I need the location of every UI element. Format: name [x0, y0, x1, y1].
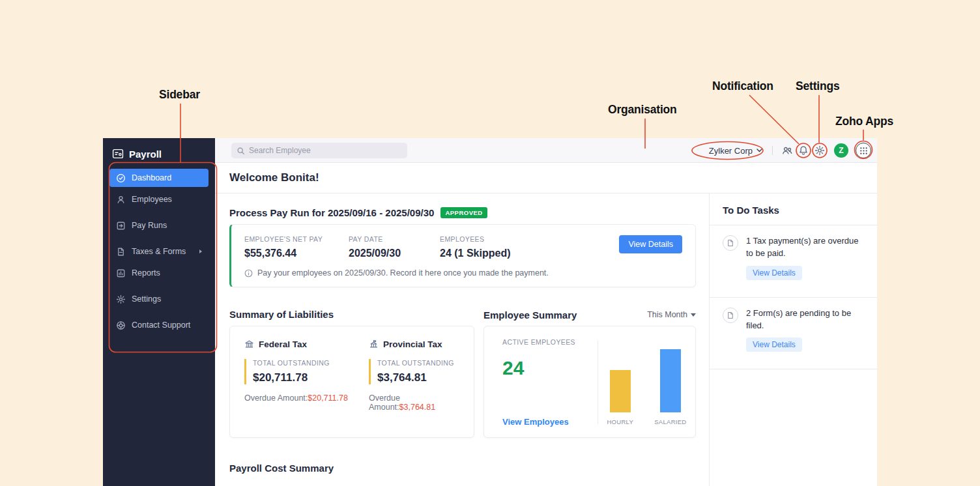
- outstanding-amount: $20,711.78: [253, 371, 369, 384]
- outstanding-label: TOTAL OUTSTANDING: [253, 359, 369, 367]
- employees-label: EMPLOYEES: [440, 235, 619, 243]
- dashboard-icon: [116, 173, 126, 183]
- employee-type-chart: HOURLY SALARIED: [598, 338, 695, 427]
- sidebar-item-employees[interactable]: Employees: [109, 190, 209, 208]
- status-badge: APPROVED: [440, 207, 487, 218]
- todo-text: 2 Form(s) are pending to be filed.: [746, 307, 865, 332]
- search-box[interactable]: [231, 143, 407, 158]
- pay-date-value: 2025/09/30: [349, 248, 440, 259]
- net-pay-value: $55,376.44: [244, 248, 349, 259]
- document-icon: [723, 307, 738, 323]
- main-content: Process Pay Run for 2025/09/16 - 2025/09…: [215, 193, 709, 486]
- topbar-divider: [772, 146, 773, 155]
- chevron-down-icon: [757, 149, 762, 152]
- brand: Payroll: [103, 145, 215, 163]
- hourly-bar: [610, 370, 631, 412]
- welcome-row: Welcome Bonita!: [215, 163, 877, 193]
- payroll-logo-icon: [112, 148, 124, 160]
- sidebar-item-label: Dashboard: [132, 173, 171, 182]
- pay-runs-icon: [116, 221, 126, 231]
- annotation-zoho-apps-label: Zoho Apps: [835, 115, 893, 128]
- taxes-forms-icon: [116, 247, 126, 257]
- sidebar-item-label: Settings: [132, 294, 161, 304]
- federal-tax-icon: [244, 339, 254, 349]
- topbar: Zylker Corp Z: [215, 138, 877, 163]
- liabilities-card: Federal Tax TOTAL OUTSTANDING $20,711.78…: [229, 326, 474, 438]
- hourly-label: HOURLY: [607, 418, 633, 425]
- payroll-app-window: Payroll Dashboard Employees Pay Runs Ta: [103, 138, 877, 486]
- organisation-name: Zylker Corp: [709, 146, 753, 156]
- annotation-sidebar-label: Sidebar: [159, 88, 200, 102]
- employees-value: 24 (1 Skipped): [440, 248, 619, 259]
- filter-label: This Month: [647, 310, 687, 319]
- submenu-arrow-icon: [199, 250, 202, 253]
- overdue-label: Overdue Amount:: [369, 393, 400, 412]
- avatar-letter: Z: [839, 146, 843, 155]
- sidebar-item-label: Employees: [132, 195, 172, 204]
- federal-tax-block: Federal Tax TOTAL OUTSTANDING $20,711.78…: [244, 339, 369, 425]
- provincial-tax-block: Provincial Tax TOTAL OUTSTANDING $3,764.…: [369, 339, 463, 425]
- salaried-bar: [660, 349, 681, 412]
- payrun-title: Process Pay Run for 2025/09/16 - 2025/09…: [229, 207, 434, 218]
- sidebar-item-contact-support[interactable]: Contact Support: [109, 316, 209, 334]
- liability-name: Federal Tax: [259, 339, 307, 349]
- document-icon: [723, 235, 738, 251]
- salaried-label: SALARIED: [654, 418, 686, 425]
- employee-summary-card: ACTIVE EMPLOYEES 24 View Employees HOURL…: [483, 326, 696, 438]
- todo-item-tax-payments: 1 Tax payment(s) are overdue to be paid.…: [710, 225, 877, 298]
- annotation-settings-label: Settings: [796, 79, 839, 93]
- todo-panel: To Do Tasks 1 Tax payment(s) are overdue…: [709, 193, 877, 486]
- sidebar-item-taxes-forms[interactable]: Taxes & Forms: [109, 242, 209, 261]
- sidebar-item-settings[interactable]: Settings: [109, 290, 209, 308]
- overdue-amount: $20,711.78: [308, 393, 348, 403]
- settings-gear-icon[interactable]: [814, 145, 825, 156]
- pay-date-label: PAY DATE: [349, 235, 440, 243]
- zoho-apps-icon[interactable]: [856, 143, 871, 158]
- todo-title: To Do Tasks: [723, 205, 779, 216]
- view-details-button[interactable]: View Details: [619, 235, 682, 253]
- organisation-dropdown[interactable]: Zylker Corp: [709, 138, 762, 163]
- sidebar-item-label: Taxes & Forms: [132, 247, 186, 256]
- user-avatar[interactable]: Z: [834, 143, 848, 158]
- todo-item-forms-pending: 2 Form(s) are pending to be filed. View …: [710, 298, 877, 370]
- sidebar-item-dashboard[interactable]: Dashboard: [109, 169, 209, 187]
- liabilities-title: Summary of Liabilities: [229, 309, 334, 320]
- employees-icon: [116, 195, 126, 205]
- employee-summary-title: Employee Summary: [483, 309, 577, 321]
- active-employees-count: 24: [502, 357, 598, 379]
- welcome-heading: Welcome Bonita!: [229, 171, 319, 184]
- info-icon: [244, 269, 253, 278]
- sidebar-menu: Dashboard Employees Pay Runs Taxes & For…: [103, 169, 215, 334]
- notification-bell-icon[interactable]: [798, 145, 809, 156]
- outstanding-amount: $3,764.81: [377, 371, 463, 384]
- annotation-notification-label: Notification: [712, 79, 773, 93]
- payrun-card: EMPLOYEE'S NET PAY $55,376.44 PAY DATE 2…: [229, 224, 696, 287]
- settings-gear-icon: [116, 294, 126, 304]
- liability-name: Provincial Tax: [383, 339, 442, 349]
- todo-text: 1 Tax payment(s) are overdue to be paid.: [746, 235, 865, 260]
- brand-label: Payroll: [129, 149, 162, 160]
- search-input[interactable]: [249, 146, 402, 155]
- overdue-amount: $3,764.81: [399, 403, 436, 412]
- sidebar: Payroll Dashboard Employees Pay Runs Ta: [103, 138, 215, 486]
- referral-users-icon[interactable]: [782, 145, 792, 156]
- todo-view-details-button[interactable]: View Details: [746, 266, 802, 280]
- payroll-cost-summary-title: Payroll Cost Summary: [229, 463, 696, 474]
- provincial-tax-icon: [369, 339, 379, 349]
- sidebar-item-pay-runs[interactable]: Pay Runs: [109, 216, 209, 235]
- sidebar-item-label: Reports: [132, 268, 160, 278]
- sidebar-item-reports[interactable]: Reports: [109, 264, 209, 282]
- net-pay-label: EMPLOYEE'S NET PAY: [244, 235, 349, 243]
- active-employees-label: ACTIVE EMPLOYEES: [502, 338, 598, 346]
- support-icon: [116, 321, 126, 330]
- todo-view-details-button[interactable]: View Details: [746, 337, 802, 352]
- view-employees-link[interactable]: View Employees: [502, 417, 598, 427]
- annotation-organisation-label: Organisation: [608, 103, 677, 117]
- sidebar-item-label: Contact Support: [132, 321, 190, 330]
- caret-down-icon: [691, 313, 696, 317]
- this-month-filter[interactable]: This Month: [647, 310, 696, 319]
- screenshot-stage: Payroll Dashboard Employees Pay Runs Ta: [0, 0, 980, 486]
- search-icon: [237, 147, 245, 155]
- outstanding-label: TOTAL OUTSTANDING: [377, 359, 463, 367]
- payrun-note: Pay your employees on 2025/09/30. Record…: [257, 268, 549, 278]
